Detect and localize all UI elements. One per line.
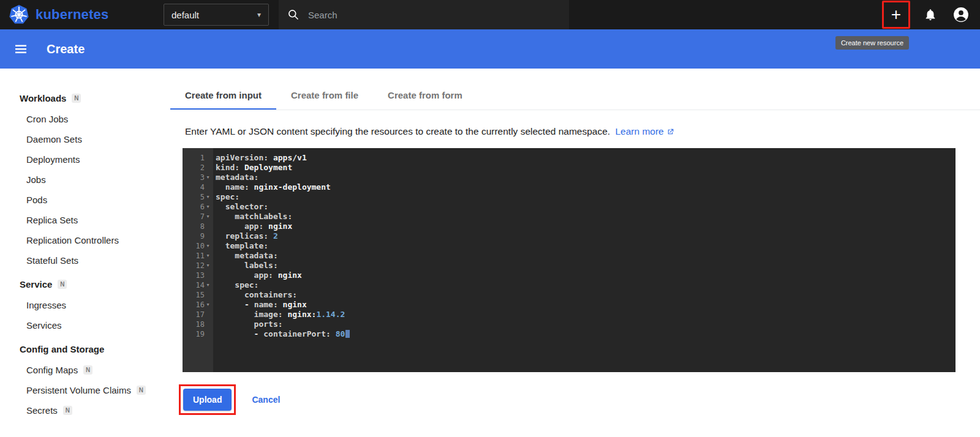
sidebar-item-cron-jobs[interactable]: Cron Jobs bbox=[20, 109, 170, 129]
item-label: Jobs bbox=[26, 174, 46, 185]
plus-icon: + bbox=[891, 6, 901, 23]
create-tooltip: Create new resource bbox=[835, 36, 909, 50]
fold-chevron-icon[interactable]: ▾ bbox=[205, 263, 211, 268]
gutter-row: 9 bbox=[183, 231, 213, 241]
sidebar-section-service[interactable]: ServiceN bbox=[20, 273, 170, 295]
sidebar: WorkloadsNCron JobsDaemon SetsDeployment… bbox=[0, 69, 170, 437]
item-label: Secrets bbox=[26, 405, 58, 416]
tab-create-from-input[interactable]: Create from input bbox=[170, 82, 276, 110]
code-line[interactable]: spec: bbox=[216, 192, 956, 202]
item-label: Deployments bbox=[26, 154, 80, 165]
sidebar-item-replica-sets[interactable]: Replica Sets bbox=[20, 210, 170, 230]
namespaced-badge: N bbox=[83, 365, 92, 375]
namespace-value: default bbox=[172, 10, 199, 20]
section-label: Service bbox=[20, 279, 52, 289]
tab-create-from-form[interactable]: Create from form bbox=[373, 82, 477, 110]
gutter-row: 13 bbox=[183, 271, 213, 280]
fold-chevron-icon[interactable]: ▾ bbox=[205, 253, 211, 258]
code-line[interactable]: - containerPort: 80 bbox=[216, 329, 956, 339]
line-number: 18 bbox=[196, 320, 205, 329]
code-line[interactable]: metadata: bbox=[216, 251, 956, 261]
code-line[interactable]: template: bbox=[216, 241, 956, 251]
line-number: 13 bbox=[196, 271, 205, 280]
main-content: Create from inputCreate from fileCreate … bbox=[170, 69, 980, 437]
form-actions: Upload Cancel bbox=[179, 384, 980, 415]
create-annotation-box: + bbox=[882, 1, 910, 29]
code-line[interactable]: containers: bbox=[216, 290, 956, 300]
line-number: 16 bbox=[196, 301, 205, 309]
cancel-button[interactable]: Cancel bbox=[252, 395, 280, 405]
line-number: 9 bbox=[200, 232, 205, 241]
gutter-row: 10▾ bbox=[183, 241, 213, 251]
sidebar-item-pods[interactable]: Pods bbox=[20, 190, 170, 210]
app-bar: Create bbox=[0, 29, 980, 69]
code-line[interactable]: apiVersion: apps/v1 bbox=[216, 153, 956, 163]
code-line[interactable]: app: nginx bbox=[216, 222, 956, 231]
editor-code[interactable]: apiVersion: apps/v1kind: Deploymentmetad… bbox=[213, 148, 956, 372]
code-line[interactable]: metadata: bbox=[216, 173, 956, 182]
top-header: kubernetes default ▾ + bbox=[0, 0, 980, 29]
learn-more-link[interactable]: Learn more bbox=[615, 126, 674, 137]
sidebar-item-services[interactable]: Services bbox=[20, 315, 170, 335]
sidebar-section-workloads[interactable]: WorkloadsN bbox=[20, 87, 170, 109]
code-line[interactable]: name: nginx-deployment bbox=[216, 182, 956, 192]
sidebar-item-replication-controllers[interactable]: Replication Controllers bbox=[20, 230, 170, 250]
sidebar-section-config-and-storage[interactable]: Config and Storage bbox=[20, 338, 170, 360]
gutter-row: 17 bbox=[183, 310, 213, 319]
code-line[interactable]: selector: bbox=[216, 202, 956, 212]
fold-chevron-icon[interactable]: ▾ bbox=[205, 195, 211, 200]
sidebar-item-persistent-volume-claims[interactable]: Persistent Volume ClaimsN bbox=[20, 380, 170, 400]
yaml-editor[interactable]: 123▾45▾6▾7▾8910▾11▾12▾1314▾1516▾171819 a… bbox=[183, 148, 956, 372]
line-number: 10 bbox=[196, 242, 205, 250]
brand[interactable]: kubernetes bbox=[9, 4, 110, 25]
code-line[interactable]: ports: bbox=[216, 319, 956, 329]
code-line[interactable]: app: nginx bbox=[216, 271, 956, 280]
code-line[interactable]: matchLabels: bbox=[216, 212, 956, 222]
item-label: Config Maps bbox=[26, 365, 78, 375]
sidebar-item-stateful-sets[interactable]: Stateful Sets bbox=[20, 250, 170, 271]
upload-button[interactable]: Upload bbox=[183, 389, 232, 411]
section-label: Workloads bbox=[20, 93, 66, 103]
gutter-row: 7▾ bbox=[183, 212, 213, 222]
line-number: 1 bbox=[200, 154, 205, 162]
search-input[interactable] bbox=[308, 10, 560, 20]
tab-bar: Create from inputCreate from fileCreate … bbox=[170, 82, 980, 110]
code-line[interactable]: spec: bbox=[216, 280, 956, 290]
sidebar-item-jobs[interactable]: Jobs bbox=[20, 170, 170, 190]
code-line[interactable]: kind: Deployment bbox=[216, 163, 956, 173]
fold-chevron-icon[interactable]: ▾ bbox=[205, 244, 211, 248]
notifications-button[interactable] bbox=[920, 4, 941, 25]
item-label: Ingresses bbox=[26, 300, 66, 310]
editor-gutter: 123▾45▾6▾7▾8910▾11▾12▾1314▾1516▾171819 bbox=[183, 148, 213, 372]
sidebar-item-deployments[interactable]: Deployments bbox=[20, 149, 170, 170]
item-label: Services bbox=[26, 320, 62, 331]
fold-chevron-icon[interactable]: ▾ bbox=[205, 302, 211, 307]
fold-chevron-icon[interactable]: ▾ bbox=[205, 175, 211, 180]
namespaced-badge: N bbox=[58, 280, 67, 289]
sidebar-item-daemon-sets[interactable]: Daemon Sets bbox=[20, 129, 170, 149]
menu-button[interactable] bbox=[11, 39, 31, 59]
fold-chevron-icon[interactable]: ▾ bbox=[205, 204, 211, 209]
item-label: Pods bbox=[26, 195, 47, 205]
line-number: 4 bbox=[200, 183, 205, 192]
code-line[interactable]: labels: bbox=[216, 261, 956, 271]
code-line[interactable]: image: nginx:1.14.2 bbox=[216, 310, 956, 319]
sidebar-item-config-maps[interactable]: Config MapsN bbox=[20, 360, 170, 380]
gutter-row: 18 bbox=[183, 319, 213, 329]
namespace-select[interactable]: default ▾ bbox=[164, 4, 269, 26]
item-label: Replication Controllers bbox=[26, 235, 119, 245]
create-button[interactable]: + bbox=[886, 4, 907, 25]
line-number: 15 bbox=[196, 291, 205, 299]
gutter-row: 12▾ bbox=[183, 261, 213, 271]
sidebar-item-secrets[interactable]: SecretsN bbox=[20, 400, 170, 420]
line-number: 11 bbox=[196, 252, 205, 260]
fold-chevron-icon[interactable]: ▾ bbox=[205, 214, 211, 219]
code-line[interactable]: - name: nginx bbox=[216, 300, 956, 310]
line-number: 2 bbox=[200, 163, 205, 172]
gutter-row: 8 bbox=[183, 222, 213, 231]
fold-chevron-icon[interactable]: ▾ bbox=[205, 283, 211, 288]
code-line[interactable]: replicas: 2 bbox=[216, 231, 956, 241]
account-button[interactable] bbox=[951, 4, 971, 25]
sidebar-item-ingresses[interactable]: Ingresses bbox=[20, 295, 170, 315]
tab-create-from-file[interactable]: Create from file bbox=[276, 82, 373, 110]
